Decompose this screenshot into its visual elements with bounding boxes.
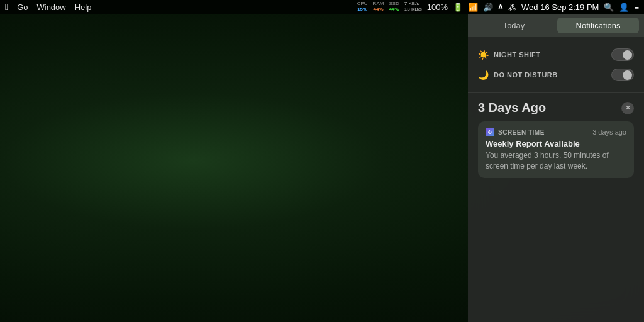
cpu-value: 15% xyxy=(357,7,367,13)
night-shift-row: ☀️ NIGHT SHIFT xyxy=(478,45,634,65)
night-shift-knob xyxy=(623,50,632,60)
notification-panel: Today Notifications ☀️ NIGHT SHIFT 🌙 DO … xyxy=(468,14,644,322)
section-date: 3 Days Ago xyxy=(478,101,546,115)
notifications-toggle-icon[interactable]: ≡ xyxy=(634,3,639,12)
notification-card[interactable]: ⏱ SCREEN TIME 3 days ago Weekly Report A… xyxy=(478,121,634,178)
do-not-disturb-icon: 🌙 xyxy=(478,70,489,80)
menubar-left:  Go Window Help xyxy=(5,2,91,12)
notifications-content: 3 Days Ago ✕ ⏱ SCREEN TIME 3 days ago We… xyxy=(468,93,644,322)
do-not-disturb-label-area: 🌙 DO NOT DISTURB xyxy=(478,70,558,80)
notification-app-info: ⏱ SCREEN TIME xyxy=(486,128,545,136)
night-shift-icon: ☀️ xyxy=(478,50,489,60)
do-not-disturb-toggle[interactable] xyxy=(611,69,634,81)
screen-time-icon: ⏱ xyxy=(487,130,492,135)
close-icon: ✕ xyxy=(625,104,631,112)
keyboard-icon[interactable]: A xyxy=(498,3,503,11)
do-not-disturb-knob xyxy=(623,70,632,80)
tab-today[interactable]: Today xyxy=(473,18,555,33)
notification-app-row: ⏱ SCREEN TIME 3 days ago xyxy=(486,128,626,136)
volume-icon[interactable]: 🔊 xyxy=(483,3,493,12)
menubar-time: Wed 16 Sep 2:19 PM xyxy=(521,3,599,12)
ram-stats: RAM 44% xyxy=(373,1,384,13)
do-not-disturb-row: 🌙 DO NOT DISTURB xyxy=(478,65,634,85)
battery-percent: 100% xyxy=(427,3,448,12)
app-icon: ⏱ xyxy=(486,128,494,136)
menu-help[interactable]: Help xyxy=(75,3,92,12)
night-shift-toggle[interactable] xyxy=(611,48,634,61)
network-stats: 7 KB/s 13 KB/s xyxy=(404,1,422,13)
menubar:  Go Window Help CPU 15% RAM 44% SSD 44%… xyxy=(0,0,644,14)
search-icon[interactable]: 🔍 xyxy=(604,3,614,12)
menubar-right: CPU 15% RAM 44% SSD 44% 7 KB/s 13 KB/s 1… xyxy=(357,1,639,13)
cpu-stats: CPU 15% xyxy=(357,1,368,13)
section-header: 3 Days Ago ✕ xyxy=(478,101,634,115)
night-shift-label-area: ☀️ NIGHT SHIFT xyxy=(478,50,541,60)
ssd-value: 44% xyxy=(389,7,399,13)
app-name: SCREEN TIME xyxy=(498,129,545,136)
tab-bar: Today Notifications xyxy=(468,14,644,37)
apple-menu[interactable]:  xyxy=(5,2,8,12)
night-shift-label: NIGHT SHIFT xyxy=(494,51,541,58)
bluetooth-icon[interactable]: ⁂ xyxy=(508,3,516,12)
user-avatar-icon[interactable]: 👤 xyxy=(619,3,629,12)
notification-body: You averaged 3 hours, 50 minutes of scre… xyxy=(486,150,626,172)
ssd-stats: SSD 44% xyxy=(389,1,399,13)
section-clear-button[interactable]: ✕ xyxy=(621,102,634,114)
ram-value: 44% xyxy=(373,7,383,13)
wifi-icon[interactable]: 📶 xyxy=(468,3,478,12)
net-down: 13 KB/s xyxy=(404,7,422,13)
menu-window[interactable]: Window xyxy=(36,3,65,12)
notification-title: Weekly Report Available xyxy=(486,139,626,148)
menu-go[interactable]: Go xyxy=(17,3,28,12)
do-not-disturb-label: DO NOT DISTURB xyxy=(494,71,558,79)
notification-time: 3 days ago xyxy=(592,128,626,136)
toggles-area: ☀️ NIGHT SHIFT 🌙 DO NOT DISTURB xyxy=(468,37,644,93)
tab-notifications[interactable]: Notifications xyxy=(557,18,639,33)
battery-icon: 🔋 xyxy=(453,3,463,12)
